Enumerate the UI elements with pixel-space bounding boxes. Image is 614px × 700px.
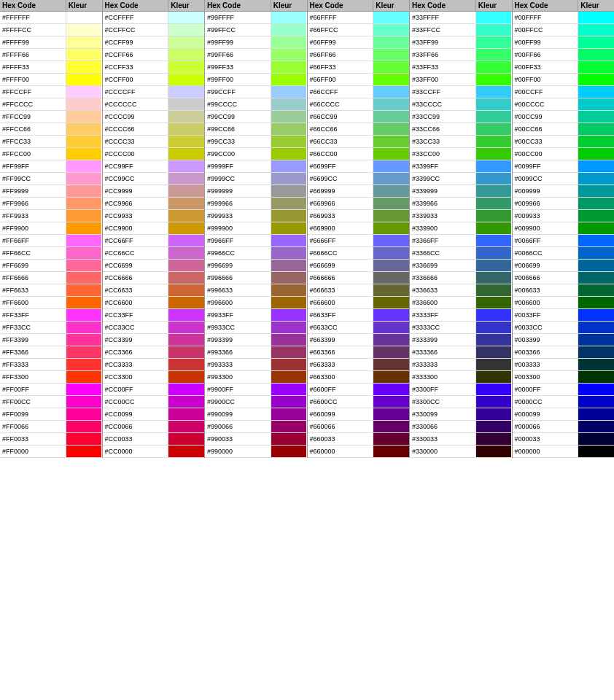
- hex-code: #CCFF33: [103, 61, 169, 73]
- table-row: #339966: [410, 198, 512, 210]
- color-swatch: [271, 24, 307, 36]
- hex-code: #6633CC: [308, 322, 374, 333]
- table-row: #3333CC: [410, 322, 512, 334]
- hex-code: #660099: [308, 408, 374, 420]
- hex-code: #0000FF: [513, 384, 579, 395]
- table-row: #99CC99: [205, 111, 307, 123]
- hex-code: #330066: [410, 421, 476, 432]
- color-swatch: [66, 272, 102, 284]
- table-row: #000033: [513, 433, 615, 446]
- color-swatch: [168, 61, 204, 73]
- table-row: #0066CC: [513, 247, 615, 260]
- table-row: #66CC66: [308, 123, 410, 136]
- color-swatch: [168, 297, 204, 308]
- hex-code: #CC9966: [103, 198, 169, 209]
- table-row: #3333FF: [410, 309, 512, 322]
- table-row: #3399CC: [410, 173, 512, 185]
- hex-code: #99FF99: [205, 36, 271, 48]
- table-row: #6666CC: [308, 247, 410, 260]
- color-swatch: [373, 260, 409, 271]
- table-row: #CCFF66: [103, 49, 205, 61]
- color-swatch: [168, 136, 204, 147]
- color-swatch: [476, 346, 512, 358]
- table-row: #CCFF99: [103, 36, 205, 49]
- color-swatch: [66, 371, 102, 383]
- hex-code: #666633: [308, 284, 374, 296]
- table-row: #993333: [205, 359, 307, 371]
- table-row: #FF0000: [0, 446, 102, 458]
- table-row: #006600: [513, 297, 615, 309]
- table-row: #66FF33: [308, 61, 410, 74]
- color-swatch: [476, 86, 512, 98]
- color-swatch: [271, 272, 307, 284]
- table-row: #CC00FF: [103, 384, 205, 396]
- table-row: #003300: [513, 371, 615, 384]
- table-row: #6633CC: [308, 322, 410, 334]
- table-row: #333333: [410, 359, 512, 371]
- hex-code: #669999: [308, 185, 374, 197]
- hex-code: #FF9933: [0, 210, 66, 222]
- table-row: #CC0066: [103, 421, 205, 433]
- table-row: #9933FF: [205, 309, 307, 322]
- table-row: #996699: [205, 260, 307, 272]
- hex-code: #9999FF: [205, 160, 271, 172]
- hex-code: #3300FF: [410, 384, 476, 395]
- color-swatch: [66, 284, 102, 296]
- color-swatch: [271, 148, 307, 160]
- table-row: #330033: [410, 433, 512, 446]
- hex-code: #CC9999: [103, 185, 169, 197]
- hex-code: #FF6600: [0, 297, 66, 308]
- hex-code: #0066FF: [513, 235, 579, 246]
- hex-code: #66FF99: [308, 36, 374, 48]
- table-row: #990033: [205, 433, 307, 446]
- color-swatch: [373, 396, 409, 408]
- table-row: #666600: [308, 297, 410, 309]
- table-row: #33FF00: [410, 74, 512, 86]
- hex-code: #0033CC: [513, 322, 579, 333]
- hex-code: #990000: [205, 446, 271, 457]
- color-swatch: [476, 123, 512, 135]
- table-row: #FFFFCC: [0, 24, 102, 36]
- hex-code: #66CC00: [308, 148, 374, 160]
- color-swatch: [66, 297, 102, 308]
- table-row: #33FF99: [410, 36, 512, 49]
- table-row: #3366FF: [410, 235, 512, 247]
- hex-code: #00FFFF: [513, 12, 579, 23]
- table-row: #CC33FF: [103, 309, 205, 322]
- color-swatch: [168, 111, 204, 122]
- table-row: #009966: [513, 198, 615, 210]
- table-row: #CCCCFF: [103, 86, 205, 98]
- hex-code: #669900: [308, 222, 374, 234]
- color-swatch: [373, 185, 409, 197]
- header-kleur-label: Kleur: [66, 0, 102, 11]
- table-row: #993300: [205, 371, 307, 384]
- hex-code: #FFCCCC: [0, 98, 66, 110]
- hex-code: #666600: [308, 297, 374, 308]
- table-row: #FF6633: [0, 284, 102, 297]
- table-row: #66CC99: [308, 111, 410, 123]
- table-row: #33FF33: [410, 61, 512, 74]
- table-row: #999966: [205, 198, 307, 210]
- table-row: #660000: [308, 446, 410, 458]
- hex-code: #FF66CC: [0, 247, 66, 259]
- color-swatch: [168, 384, 204, 395]
- table-row: #9966CC: [205, 247, 307, 260]
- color-swatch: [373, 160, 409, 172]
- color-swatch: [373, 36, 409, 48]
- hex-code: #3399CC: [410, 173, 476, 184]
- color-swatch: [373, 433, 409, 445]
- hex-code: #CC6600: [103, 297, 169, 308]
- table-row: #FF9966: [0, 198, 102, 210]
- table-row: #CC3333: [103, 359, 205, 371]
- hex-code: #990066: [205, 421, 271, 432]
- color-swatch: [66, 309, 102, 321]
- hex-code: #339999: [410, 185, 476, 197]
- hex-code: #3333CC: [410, 322, 476, 333]
- hex-code: #9999CC: [205, 173, 271, 184]
- column-header: Hex CodeKleur: [0, 0, 102, 12]
- color-swatch: [578, 136, 614, 147]
- color-swatch: [66, 136, 102, 147]
- color-swatch: [476, 334, 512, 346]
- color-swatch: [66, 346, 102, 358]
- color-swatch: [271, 346, 307, 358]
